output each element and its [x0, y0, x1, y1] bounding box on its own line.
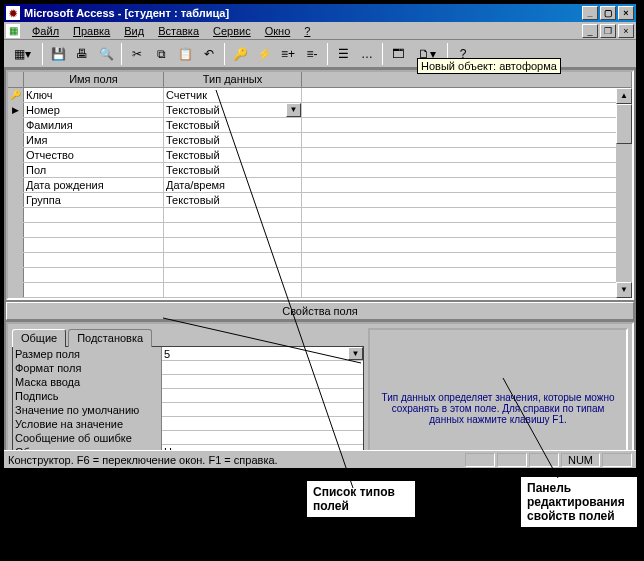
cell-field-name[interactable]: Фамилия: [24, 118, 164, 132]
cell-description[interactable]: [302, 133, 632, 147]
table-row[interactable]: ▶НомерТекстовый▼: [8, 103, 632, 118]
print-button[interactable]: 🖶: [71, 43, 93, 65]
table-row[interactable]: 🔑КлючСчетчик: [8, 88, 632, 103]
table-row[interactable]: ФамилияТекстовый: [8, 118, 632, 133]
cell-description[interactable]: [302, 238, 632, 252]
cell-data-type[interactable]: [164, 283, 302, 297]
row-selector[interactable]: [8, 253, 24, 267]
maximize-button[interactable]: ▢: [600, 6, 616, 20]
cell-description[interactable]: [302, 193, 632, 207]
table-row[interactable]: ПолТекстовый: [8, 163, 632, 178]
table-row[interactable]: [8, 208, 632, 223]
cell-data-type[interactable]: Текстовый▼: [164, 103, 302, 117]
row-selector[interactable]: [8, 193, 24, 207]
prop-value[interactable]: Нет: [162, 445, 363, 450]
table-row[interactable]: [8, 253, 632, 268]
mdi-restore-button[interactable]: ❐: [600, 24, 616, 38]
cell-data-type[interactable]: [164, 208, 302, 222]
paste-button[interactable]: 📋: [174, 43, 196, 65]
cell-field-name[interactable]: Дата рождения: [24, 178, 164, 192]
cut-button[interactable]: ✂: [126, 43, 148, 65]
view-button[interactable]: ▦▾: [6, 43, 38, 65]
row-selector[interactable]: [8, 238, 24, 252]
cell-data-type[interactable]: Текстовый: [164, 133, 302, 147]
table-row[interactable]: ГруппаТекстовый: [8, 193, 632, 208]
row-selector[interactable]: [8, 148, 24, 162]
row-selector[interactable]: [8, 118, 24, 132]
cell-data-type[interactable]: Счетчик: [164, 88, 302, 102]
prop-value[interactable]: [162, 403, 363, 417]
scroll-up-button[interactable]: ▲: [616, 88, 632, 104]
menu-edit[interactable]: Правка: [67, 24, 116, 38]
cell-field-name[interactable]: Отчество: [24, 148, 164, 162]
grid-scrollbar[interactable]: ▲ ▼: [616, 88, 632, 298]
row-selector[interactable]: [8, 208, 24, 222]
menu-insert[interactable]: Вставка: [152, 24, 205, 38]
scroll-thumb[interactable]: [616, 104, 632, 144]
cell-data-type[interactable]: Дата/время: [164, 178, 302, 192]
tab-general[interactable]: Общие: [12, 329, 66, 347]
primary-key-button[interactable]: 🔑: [229, 43, 251, 65]
cell-field-name[interactable]: [24, 223, 164, 237]
cell-description[interactable]: [302, 178, 632, 192]
cell-data-type[interactable]: [164, 223, 302, 237]
cell-description[interactable]: [302, 88, 632, 102]
cell-description[interactable]: [302, 103, 632, 117]
menu-file[interactable]: Файл: [26, 24, 65, 38]
cell-data-type[interactable]: Текстовый: [164, 163, 302, 177]
row-selector[interactable]: [8, 283, 24, 297]
row-selector[interactable]: [8, 133, 24, 147]
menu-help[interactable]: ?: [298, 24, 316, 38]
cell-data-type[interactable]: Текстовый: [164, 193, 302, 207]
grid-corner[interactable]: [8, 72, 24, 87]
mdi-close-button[interactable]: ×: [618, 24, 634, 38]
indexes-button[interactable]: ⚡: [253, 43, 275, 65]
table-row[interactable]: [8, 283, 632, 298]
cell-field-name[interactable]: Имя: [24, 133, 164, 147]
cell-data-type[interactable]: [164, 253, 302, 267]
row-selector[interactable]: [8, 163, 24, 177]
undo-button[interactable]: ↶: [198, 43, 220, 65]
grid-body[interactable]: 🔑КлючСчетчик▶НомерТекстовый▼ФамилияТекст…: [8, 88, 632, 298]
cell-description[interactable]: [302, 253, 632, 267]
cell-description[interactable]: [302, 208, 632, 222]
mdi-minimize-button[interactable]: _: [582, 24, 598, 38]
table-row[interactable]: [8, 223, 632, 238]
prop-value[interactable]: [162, 375, 363, 389]
cell-data-type[interactable]: Текстовый: [164, 148, 302, 162]
table-row[interactable]: ОтчествоТекстовый: [8, 148, 632, 163]
delete-rows-button[interactable]: ≡-: [301, 43, 323, 65]
prop-value[interactable]: 5▼: [162, 347, 363, 361]
table-row[interactable]: Дата рожденияДата/время: [8, 178, 632, 193]
prop-value[interactable]: [162, 361, 363, 375]
tab-lookup[interactable]: Подстановка: [68, 329, 152, 347]
table-row[interactable]: ИмяТекстовый: [8, 133, 632, 148]
menu-view[interactable]: Вид: [118, 24, 150, 38]
table-row[interactable]: [8, 238, 632, 253]
menu-tools[interactable]: Сервис: [207, 24, 257, 38]
cell-field-name[interactable]: Ключ: [24, 88, 164, 102]
cell-field-name[interactable]: [24, 208, 164, 222]
cell-field-name[interactable]: Пол: [24, 163, 164, 177]
table-row[interactable]: [8, 268, 632, 283]
row-selector[interactable]: [8, 178, 24, 192]
build-button[interactable]: …: [356, 43, 378, 65]
insert-rows-button[interactable]: ≡+: [277, 43, 299, 65]
close-button[interactable]: ×: [618, 6, 634, 20]
properties-button[interactable]: ☰: [332, 43, 354, 65]
scroll-down-button[interactable]: ▼: [616, 282, 632, 298]
row-selector[interactable]: 🔑: [8, 88, 24, 102]
cell-field-name[interactable]: [24, 238, 164, 252]
menu-window[interactable]: Окно: [259, 24, 297, 38]
prop-value[interactable]: [162, 431, 363, 445]
cell-description[interactable]: [302, 223, 632, 237]
col-header-name[interactable]: Имя поля: [24, 72, 164, 87]
cell-field-name[interactable]: Группа: [24, 193, 164, 207]
type-dropdown-button[interactable]: ▼: [286, 103, 301, 117]
minimize-button[interactable]: _: [582, 6, 598, 20]
cell-data-type[interactable]: [164, 268, 302, 282]
database-window-button[interactable]: 🗔: [387, 43, 409, 65]
cell-description[interactable]: [302, 148, 632, 162]
cell-description[interactable]: [302, 163, 632, 177]
cell-description[interactable]: [302, 118, 632, 132]
